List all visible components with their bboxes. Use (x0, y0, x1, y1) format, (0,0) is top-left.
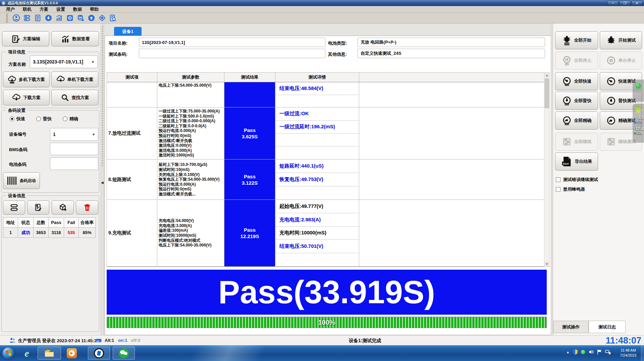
checkbox-error-continue-label: 测试错误继续测试 (563, 177, 598, 183)
menu-plan[interactable]: 方案 (36, 6, 52, 13)
tab-test-operations[interactable]: 测试操作 (553, 321, 589, 333)
collapse-arrow-icon[interactable]: ◀ (101, 181, 104, 184)
export-results-button[interactable]: Excel 导出结果 (555, 152, 598, 171)
menu-settings[interactable]: 设置 (52, 6, 69, 13)
document-icon[interactable] (34, 14, 42, 22)
multi-download-button[interactable]: 多机下载方案 (3, 72, 50, 87)
table-row-9[interactable]: 9.充电测试 充电电压:54.000(V) 充电电流:3.000(A) 偏差值:… (107, 200, 544, 267)
minimize-button[interactable]: – (607, 1, 619, 6)
device-table-header: 地址 状态 总数 Pass Fail 合格率 (3, 218, 96, 228)
scroll-down-icon[interactable]: ▼ (544, 261, 549, 267)
radio-fast[interactable]: 快速 (10, 116, 25, 122)
sliders-icon (606, 137, 616, 147)
scrollbar-thumb[interactable] (545, 79, 549, 108)
table-row-8[interactable]: 8.短路测试 延时上下限:10.0-700.0(μS) 测试时间:10(mS) … (107, 160, 544, 200)
delete-button[interactable] (76, 200, 98, 215)
app-icon (1, 1, 6, 5)
file-explorer-icon[interactable] (38, 347, 61, 360)
tray-network-icon[interactable] (605, 350, 611, 355)
database-settings-icon[interactable] (76, 14, 85, 22)
tab-device1[interactable]: 设备1 (114, 27, 142, 36)
menu-help[interactable]: 帮助 (86, 6, 103, 13)
other-info-input[interactable] (358, 49, 545, 58)
radio-normal[interactable]: 普快 (36, 116, 52, 122)
battery-type-label: 电池类型: (328, 40, 347, 46)
plan-name-value: 3.13S[2023-07-19,V1.1] (33, 59, 83, 64)
gauge-icon (606, 96, 616, 106)
internet-explorer-icon[interactable]: e (19, 347, 35, 360)
target-icon[interactable] (98, 14, 106, 22)
device-hub-icon[interactable] (23, 14, 31, 22)
tray-volume-icon[interactable] (589, 350, 594, 354)
detail-cell (275, 134, 359, 147)
network-monitor-overlay[interactable]: 3.3 ▲K/s 12.4 ▼K/s (633, 80, 644, 143)
battery-type-input[interactable] (358, 38, 545, 47)
fast-all-button[interactable]: 全部快速 (555, 72, 598, 90)
plan-name-combo[interactable]: 3.13S[2023-07-19,V1.1] ▼ (30, 55, 98, 68)
checkbox-error-continue[interactable]: 测试错误继续测试 (556, 177, 598, 183)
login-status-text: 生产管理员 登录在 2023-07-24 11:45:39 (18, 338, 99, 344)
device-no-combo[interactable]: 1 ▼ (50, 128, 98, 141)
clock-display: 11:48:07 (605, 335, 641, 346)
col-fail: Fail (64, 218, 79, 228)
table-row-partial[interactable]: 电压上下限:54.000-35.000(V) 结束电压:48.584(V) (107, 82, 544, 107)
test-barcode-label: 测试条码: (109, 51, 127, 57)
battery-barcode-input[interactable] (50, 157, 98, 170)
fast-all-label: 全部快速 (574, 78, 592, 84)
upload-icon[interactable] (87, 14, 95, 22)
radio-normal-label: 普快 (43, 116, 52, 122)
precise-all-button[interactable]: 全部精确 (555, 111, 598, 130)
bms-barcode-input[interactable] (50, 143, 98, 155)
monitor-settings-icon[interactable] (66, 14, 74, 22)
menu-connect[interactable]: 联机 (19, 6, 36, 13)
menu-data[interactable]: 数据 (69, 6, 86, 13)
start-button[interactable] (1, 347, 15, 360)
panel-splitter[interactable]: ◀ (101, 24, 104, 335)
project-name-input[interactable] (139, 38, 325, 47)
device-count-icon (95, 337, 102, 344)
cloud-download-icon (12, 93, 21, 102)
clear-report-button[interactable] (27, 200, 49, 215)
tray-shield-icon[interactable] (573, 349, 578, 355)
download-plan-button[interactable]: 下载方案 (3, 90, 50, 105)
add-package-button[interactable] (52, 200, 74, 215)
single-download-button[interactable]: 单机下载方案 (51, 72, 98, 87)
device-row[interactable]: 1 成功 3653 3118 535 85% (3, 228, 96, 238)
chart-icon[interactable] (55, 14, 63, 22)
user-icon[interactable] (12, 14, 20, 22)
detail-cell (275, 146, 359, 159)
data-view-button[interactable]: 数据查看 (51, 31, 99, 46)
find-plan-button[interactable]: 查找方案 (51, 90, 98, 105)
cloud-download-icon[interactable] (44, 14, 52, 22)
scroll-up-icon[interactable]: ▲ (544, 73, 549, 78)
tray-flag-icon[interactable] (597, 350, 602, 355)
restore-button[interactable]: ❐ (619, 1, 631, 6)
radio-precise[interactable]: 精确 (63, 116, 78, 122)
media-player-icon[interactable]: ▶ (64, 347, 80, 360)
checkbox-mute-buzzer[interactable]: 禁用蜂鸣器 (556, 186, 585, 192)
tray-expand-icon[interactable]: ▲ (566, 350, 570, 354)
test-app-icon[interactable] (88, 347, 110, 360)
wechat-icon[interactable] (113, 347, 135, 360)
close-button[interactable]: ✕ (631, 1, 643, 6)
barcode-start-button[interactable]: 条码启动 (3, 172, 40, 189)
menu-user[interactable]: 用户 (2, 6, 19, 13)
normal-all-button[interactable]: 全部普快 (555, 92, 598, 110)
show-desktop-button[interactable] (641, 345, 644, 361)
detail-cell: 充电电流:2.983(A) (275, 213, 359, 227)
tray-green-status-icon[interactable] (581, 350, 585, 354)
vertical-scrollbar[interactable]: ▲ ▼ (544, 72, 550, 267)
file-search-icon[interactable] (109, 14, 117, 22)
start-all-button[interactable]: 全部开始 (555, 31, 598, 49)
plan-edit-button[interactable]: 方案编辑 (2, 31, 49, 46)
checkbox-box (556, 187, 560, 192)
test-barcode-input[interactable] (139, 49, 325, 58)
checkbox-box (556, 177, 560, 182)
sliders-icon (562, 137, 572, 147)
device-config-button[interactable] (3, 200, 25, 215)
other-info-label: 其他信息: (328, 51, 347, 57)
table-row-7[interactable]: 7.放电过流测试 一级过流上下限:75.000-35.000(A) 一级延时上下… (107, 107, 544, 160)
start-test-button[interactable]: 开始测试 (600, 31, 642, 49)
tray-clock[interactable]: 11:48 AM 7/24/2023 (616, 348, 640, 358)
tab-test-log[interactable]: 测试日志 (589, 321, 626, 333)
